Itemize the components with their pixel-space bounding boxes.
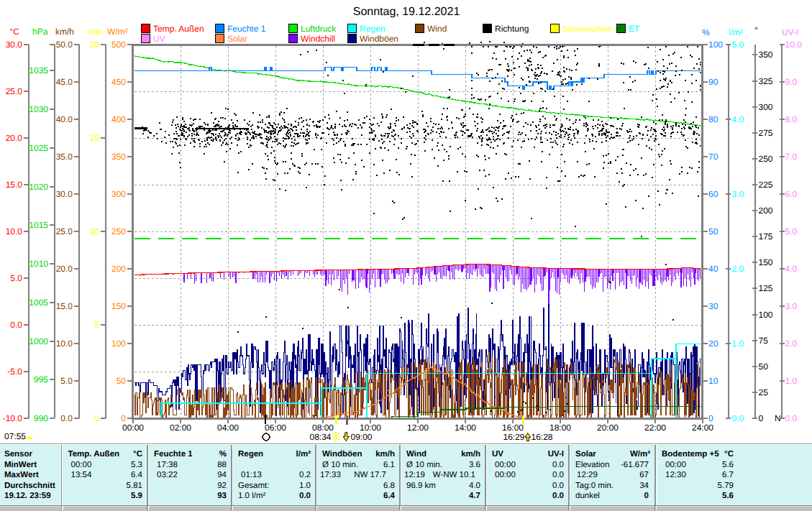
svg-text:Feuchte 1: Feuchte 1 <box>227 24 266 34</box>
svg-text:6.1: 6.1 <box>383 461 395 469</box>
svg-text:8.0: 8.0 <box>785 114 798 124</box>
svg-text:hPa: hPa <box>32 27 48 37</box>
svg-text:250: 250 <box>111 226 126 236</box>
svg-text:20.0: 20.0 <box>6 133 23 143</box>
svg-text:300: 300 <box>759 102 773 112</box>
svg-text:1.0: 1.0 <box>732 339 744 349</box>
svg-text:96.9 km: 96.9 km <box>406 482 436 490</box>
svg-text:5.0: 5.0 <box>10 273 22 283</box>
svg-text:450: 450 <box>111 77 126 87</box>
svg-text:3.0: 3.0 <box>732 189 744 199</box>
svg-text:1010: 1010 <box>29 259 48 269</box>
svg-text:Ø 10 min.: Ø 10 min. <box>322 461 358 469</box>
svg-text:1015: 1015 <box>29 220 48 230</box>
svg-text:24:00: 24:00 <box>692 423 713 433</box>
svg-text:0: 0 <box>708 413 713 423</box>
svg-text:1035: 1035 <box>29 65 48 75</box>
svg-text:35.0: 35.0 <box>56 152 73 162</box>
svg-text:00:00: 00:00 <box>495 471 516 479</box>
svg-text:25.0: 25.0 <box>6 86 23 96</box>
svg-text:67: 67 <box>639 471 649 479</box>
svg-text:200: 200 <box>111 264 126 274</box>
svg-text:30.0: 30.0 <box>6 40 23 50</box>
svg-text:Ø 10 min.: Ø 10 min. <box>406 461 442 469</box>
svg-text:94: 94 <box>217 471 227 479</box>
svg-text:225: 225 <box>759 180 773 190</box>
svg-text:Sonnenschein: Sonnenschein <box>562 25 613 34</box>
svg-text:13:54: 13:54 <box>71 471 92 479</box>
svg-text:Luftdruck: Luftdruck <box>301 24 337 34</box>
svg-text:175: 175 <box>759 231 773 241</box>
svg-text:350: 350 <box>759 50 773 60</box>
svg-text:l/m²: l/m² <box>729 27 743 37</box>
svg-text:00:00: 00:00 <box>495 461 516 469</box>
svg-text:Tag:0 min.: Tag:0 min. <box>575 482 613 490</box>
svg-text:Solar: Solar <box>227 34 247 44</box>
svg-text:88: 88 <box>217 461 227 469</box>
svg-text:°C: °C <box>724 450 734 459</box>
svg-text:75: 75 <box>759 336 769 346</box>
svg-text:10.0: 10.0 <box>785 40 803 50</box>
svg-text:70: 70 <box>708 152 719 162</box>
svg-text:4.0: 4.0 <box>469 482 480 490</box>
svg-text:Feuchte 1: Feuchte 1 <box>154 450 193 459</box>
svg-text:3.6: 3.6 <box>469 461 480 469</box>
svg-text:%: % <box>219 450 227 459</box>
svg-text:Temp. Außen: Temp. Außen <box>68 450 120 459</box>
svg-text:34: 34 <box>639 482 649 490</box>
svg-text:-61.677: -61.677 <box>621 461 649 469</box>
svg-text:Gesamt:: Gesamt: <box>238 482 269 490</box>
svg-text:92: 92 <box>217 482 227 490</box>
svg-text:01:13: 01:13 <box>241 471 262 479</box>
svg-text:20.0: 20.0 <box>56 264 73 274</box>
svg-text:1020: 1020 <box>29 182 48 192</box>
svg-text:250: 250 <box>759 154 773 164</box>
svg-text:Windchill: Windchill <box>301 34 335 44</box>
svg-text:16:00: 16:00 <box>502 423 524 433</box>
svg-text:0.0: 0.0 <box>552 471 564 479</box>
svg-text:16:29: 16:29 <box>503 432 524 442</box>
svg-text:6.4: 6.4 <box>131 471 143 479</box>
svg-text:5.6: 5.6 <box>722 461 734 469</box>
svg-text:1005: 1005 <box>29 298 48 308</box>
svg-text:00:00: 00:00 <box>122 423 144 433</box>
svg-text:30.0: 30.0 <box>56 189 73 199</box>
svg-text:0: 0 <box>121 413 126 423</box>
svg-text:2.0: 2.0 <box>785 339 798 349</box>
svg-text:Windböen: Windböen <box>360 34 398 44</box>
svg-text:25.0: 25.0 <box>56 226 73 236</box>
svg-text:12:00: 12:00 <box>407 423 429 433</box>
svg-text:08:34: 08:34 <box>309 432 331 442</box>
svg-text:0: 0 <box>759 413 764 423</box>
svg-text:UV-I: UV-I <box>782 27 798 37</box>
svg-text:4.0: 4.0 <box>732 114 744 124</box>
svg-text:200: 200 <box>759 206 773 216</box>
svg-text:6.7: 6.7 <box>722 471 734 479</box>
svg-text:45.0: 45.0 <box>56 77 73 87</box>
svg-text:0.0: 0.0 <box>732 413 744 423</box>
svg-text:Richtung: Richtung <box>495 24 529 34</box>
svg-text:l/m²: l/m² <box>296 450 311 459</box>
svg-text:19.12. 23:59: 19.12. 23:59 <box>4 492 51 500</box>
svg-text:MinWert: MinWert <box>4 461 37 469</box>
svg-text:6.4: 6.4 <box>383 492 396 500</box>
svg-text:18:00: 18:00 <box>549 423 571 433</box>
svg-text:1030: 1030 <box>29 104 48 114</box>
svg-text:50.0: 50.0 <box>56 40 73 50</box>
svg-text:°C: °C <box>133 450 142 459</box>
svg-text:0.0: 0.0 <box>10 320 22 330</box>
svg-text:275: 275 <box>759 128 773 138</box>
svg-text:325: 325 <box>759 76 773 86</box>
svg-text:20: 20 <box>90 40 100 50</box>
svg-text:990: 990 <box>34 413 48 423</box>
svg-text:Elevation: Elevation <box>575 461 609 469</box>
svg-text:-5.0: -5.0 <box>7 367 22 377</box>
svg-text:15.0: 15.0 <box>6 180 23 190</box>
svg-text:15.0: 15.0 <box>56 301 73 311</box>
svg-text:3.0: 3.0 <box>785 301 798 311</box>
svg-text:5: 5 <box>94 320 99 330</box>
svg-text:07:55: 07:55 <box>4 431 26 441</box>
svg-text:Solar: Solar <box>575 450 596 459</box>
svg-text:14:00: 14:00 <box>455 423 476 433</box>
svg-text:°: ° <box>754 25 758 35</box>
